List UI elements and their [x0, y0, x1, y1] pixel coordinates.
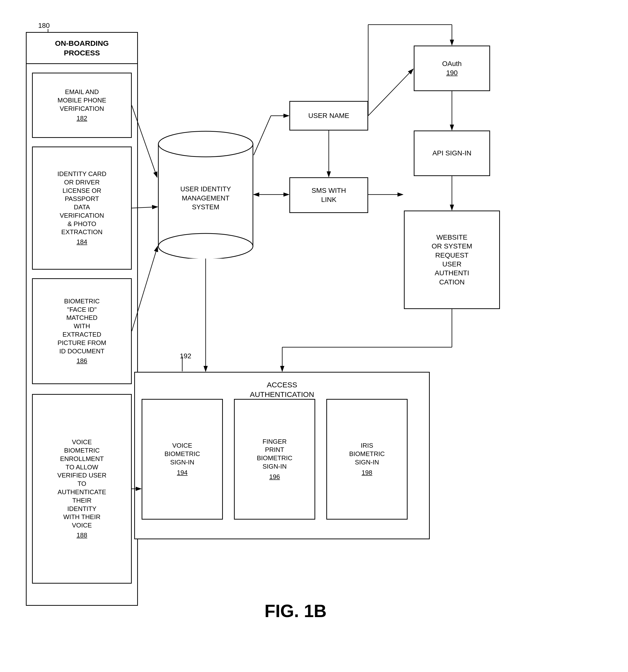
ref-180-label: 180 [38, 22, 50, 29]
svg-line-13 [368, 69, 413, 116]
fig-label: FIG. 1B [222, 601, 369, 621]
box-apisignin: API SIGN-IN [414, 130, 490, 176]
box-oauth: OAuth 190 [414, 46, 490, 91]
box-182: EMAIL ANDMOBILE PHONEVERIFICATION 182 [32, 73, 132, 138]
box-188: VOICEBIOMETRICENROLLMENTTO ALLOWVERIFIED… [32, 394, 132, 583]
box-sms: SMS WITHLINK [289, 177, 368, 213]
svg-line-10 [253, 116, 271, 155]
box-196: FINGERPRINTBIOMETRICSIGN-IN 196 [234, 399, 315, 520]
diagram-container: 180 ON-BOARDINGPROCESS EMAIL ANDMOBILE P… [0, 0, 628, 672]
box-186: BIOMETRIC"FACE ID"MATCHEDWITHEXTRACTEDPI… [32, 278, 132, 384]
onboarding-header: ON-BOARDINGPROCESS [26, 32, 138, 64]
ref-192-label: 192 [180, 352, 191, 360]
box-website: WEBSITEOR SYSTEMREQUESTUSERAUTHENTICATIO… [404, 211, 500, 309]
box-198: IRISBIOMETRICSIGN-IN 198 [326, 399, 408, 520]
box-184: IDENTITY CARDOR DRIVERLICENSE ORPASSPORT… [32, 146, 132, 270]
box-username: USER NAME [289, 101, 368, 130]
svg-point-2 [159, 234, 253, 259]
box-194: VOICEBIOMETRICSIGN-IN 194 [142, 399, 223, 520]
svg-point-1 [159, 131, 253, 157]
cylinder-uims: USER IDENTITYMANAGEMENTSYSTEM [158, 130, 253, 259]
